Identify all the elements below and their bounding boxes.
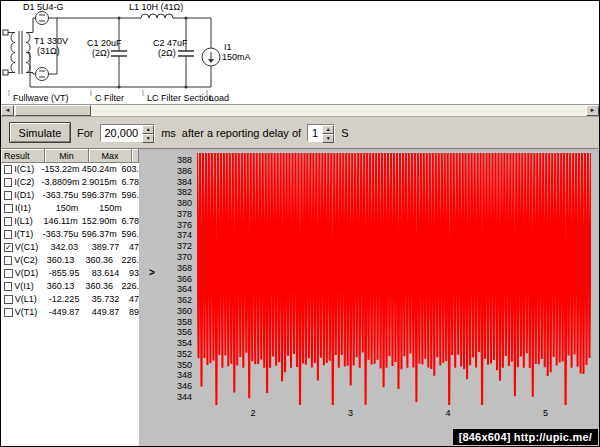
results-table: Result Min Max I(C1)-153.22m450.24m603.I… [1,149,139,446]
result-extra: 226. [118,254,139,267]
result-min: -363.75u [41,228,80,241]
result-checkbox[interactable] [4,230,12,239]
y-tick-label: 356 [139,328,192,337]
y-tick-label: 378 [139,210,192,219]
section-label-cfilter: C Filter [95,93,124,103]
simulate-button[interactable]: Simulate [9,122,71,143]
table-row[interactable]: V(L1)-12.22535.73247 [1,293,139,306]
result-checkbox[interactable] [4,178,12,187]
result-checkbox[interactable] [4,256,12,265]
result-max: 449.87 [85,306,126,319]
result-max: 596.37m [80,228,118,241]
scroll-right-button[interactable]: ► [586,105,599,116]
y-tick-label: 358 [139,318,192,327]
component-label-c1: C1 20uF [87,39,122,48]
column-header-max[interactable]: Max [89,149,132,163]
component-label-i1: I1 [224,43,232,52]
x-tick-label: 3 [348,408,353,418]
result-extra: 596. [118,228,139,241]
result-extra: 93 [126,267,139,280]
y-tick-label: 362 [139,296,192,305]
y-tick-label: 384 [139,178,192,187]
result-max: 2.9015m [80,176,118,189]
duration-spinner[interactable]: 20,000 ▲▼ [100,124,156,142]
scrollbar-track[interactable] [14,105,586,116]
watermark: [846x604] http://upic.me/ [453,429,598,445]
table-row[interactable]: V(I1)360.13360.36226. [1,280,139,293]
table-row[interactable]: I(D1)-363.75u596.37m596. [1,189,139,202]
table-row[interactable]: ✓V(C1)342.03389.7747 [1,241,139,254]
column-header-extra[interactable] [132,149,139,163]
spinner-arrows-icon[interactable]: ▲▼ [322,125,334,141]
y-tick-label: 348 [139,371,192,380]
scrollbar-thumb[interactable] [15,105,91,116]
y-tick-label: 368 [139,264,192,273]
result-name: V(I1) [14,280,41,293]
result-name: V(T1) [15,306,44,319]
delay-spinner[interactable]: 1 ▲▼ [307,124,335,142]
results-rows: I(C1)-153.22m450.24m603.I(C2)-3.8809m2.9… [1,163,139,319]
table-row[interactable]: I(L1)146.11m152.90m6.78 [1,215,139,228]
result-min: -855.95 [43,267,85,280]
x-tick-label: 4 [446,408,451,418]
table-row[interactable]: I(T1)-363.75u596.37m596. [1,228,139,241]
plot-area[interactable] [197,153,591,405]
schematic-hscrollbar[interactable]: ◄ ► [1,105,599,117]
y-tick-label: 370 [139,253,192,262]
spinner-arrows-icon[interactable]: ▲▼ [142,125,154,141]
result-name: I(T1) [14,228,41,241]
column-header-result[interactable]: Result [1,149,45,163]
table-row[interactable]: V(C2)360.13360.36226. [1,254,139,267]
result-max: 83.614 [85,267,126,280]
result-checkbox[interactable] [4,165,12,174]
x-tick-label: 2 [251,408,256,418]
result-max: 152.90m [80,215,118,228]
scroll-left-button[interactable]: ◄ [1,105,14,116]
result-checkbox[interactable] [4,204,13,213]
result-name: V(C2) [14,254,41,267]
section-label-lcfilter: LC Filter Section [147,93,214,103]
y-tick-label: 364 [139,285,192,294]
duration-value[interactable]: 20,000 [101,125,143,141]
table-row[interactable]: I(C1)-153.22m450.24m603. [1,163,139,176]
table-row[interactable]: V(T1)-449.87449.8789 [1,306,139,319]
component-label-l1: L1 10H (41Ω) [129,3,183,12]
result-checkbox[interactable] [4,295,13,304]
delay-value[interactable]: 1 [308,125,322,141]
table-row[interactable]: I(I1)150m150m [1,202,139,215]
psud2-window: D1 5U4-G T1 330V (31Ω) C1 20uF (2Ω) L1 1… [0,0,600,447]
component-label-i1-current: 150mA [222,53,251,62]
result-name: V(L1) [15,293,44,306]
y-axis: 3883863843823803783763743723703683663643… [139,153,192,405]
chart-area: > 38838638438238037837637437237036836636… [139,149,599,446]
result-checkbox[interactable] [4,282,12,291]
component-label-t1-ohms: (31Ω) [37,47,60,56]
simulate-toolbar: Simulate For 20,000 ▲▼ ms after a report… [1,117,599,149]
y-tick-label: 352 [139,350,192,359]
result-max: 150m [89,202,132,215]
for-label: For [77,127,94,139]
result-min: 342.03 [43,241,85,254]
result-extra [132,202,135,215]
result-checkbox[interactable]: ✓ [4,243,13,252]
result-checkbox[interactable] [4,308,13,317]
table-row[interactable]: V(D1)-855.9583.61493 [1,267,139,280]
column-header-min[interactable]: Min [45,149,89,163]
result-checkbox[interactable] [4,217,12,226]
y-tick-label: 380 [139,199,192,208]
result-max: 35.732 [85,293,126,306]
result-min: 360.13 [41,254,80,267]
x-axis: 2345 [197,408,591,420]
result-max: 450.24m [80,163,118,176]
result-checkbox[interactable] [4,191,12,200]
result-checkbox[interactable] [4,269,13,278]
schematic-panel[interactable]: D1 5U4-G T1 330V (31Ω) C1 20uF (2Ω) L1 1… [1,1,599,105]
y-tick-label: 344 [139,393,192,402]
component-label-t1: T1 330V [34,37,68,46]
result-name: I(C2) [14,176,41,189]
component-label-c2: C2 47uF [153,39,188,48]
y-tick-label: 354 [139,339,192,348]
component-label-d1: D1 5U4-G [23,3,64,12]
result-name: I(C1) [14,163,41,176]
table-row[interactable]: I(C2)-3.8809m2.9015m6.78 [1,176,139,189]
